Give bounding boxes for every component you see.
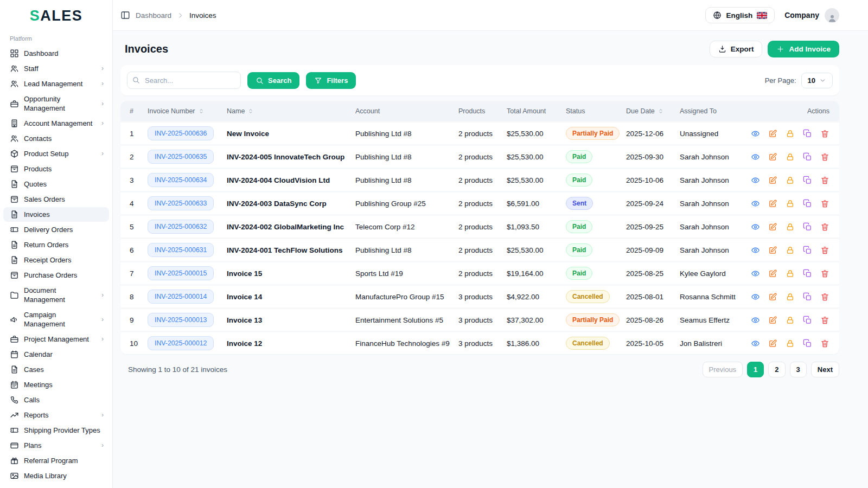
delete-icon[interactable] (820, 269, 829, 278)
table-row[interactable]: 6 INV-2025-000631 INV-2024-001 TechFlow … (120, 237, 839, 261)
delete-icon[interactable] (820, 129, 829, 138)
table-row[interactable]: 10 INV-2025-000012 Invoice 12 FinanceHub… (120, 331, 839, 354)
edit-icon[interactable] (768, 152, 777, 162)
export-button[interactable]: Export (710, 41, 763, 57)
view-icon[interactable] (751, 176, 760, 185)
delete-icon[interactable] (820, 176, 829, 185)
lock-icon[interactable] (786, 199, 795, 208)
sidebar-item-shipping-provider-types[interactable]: Shipping Provider Types (3, 423, 109, 438)
sidebar-item-media-library[interactable]: Media Library (3, 468, 109, 483)
sidebar-item-return-orders[interactable]: Return Orders (3, 237, 109, 252)
copy-icon[interactable] (803, 222, 812, 232)
filters-button[interactable]: Filters (306, 72, 356, 89)
view-icon[interactable] (751, 152, 760, 162)
search-button[interactable]: Search (247, 72, 299, 89)
lock-icon[interactable] (786, 152, 795, 162)
edit-icon[interactable] (768, 316, 777, 325)
invoice-number-pill[interactable]: INV-2025-000014 (148, 290, 214, 304)
edit-icon[interactable] (768, 222, 777, 232)
lock-icon[interactable] (786, 222, 795, 232)
copy-icon[interactable] (803, 269, 812, 278)
delete-icon[interactable] (820, 222, 829, 232)
sidebar-toggle-icon[interactable] (120, 10, 130, 20)
copy-icon[interactable] (803, 316, 812, 325)
lock-icon[interactable] (786, 176, 795, 185)
sidebar-item-reports[interactable]: Reports › (3, 408, 109, 422)
copy-icon[interactable] (803, 339, 812, 348)
edit-icon[interactable] (768, 246, 777, 255)
add-invoice-button[interactable]: Add Invoice (768, 41, 839, 57)
sidebar-item-quotes[interactable]: Quotes (3, 177, 109, 191)
sidebar-item-document-management[interactable]: Document Management › (3, 283, 109, 307)
lock-icon[interactable] (786, 246, 795, 255)
sidebar-item-products[interactable]: Products (3, 162, 109, 176)
table-row[interactable]: 1 INV-2025-000636 New Invoice Publishing… (120, 121, 839, 144)
sidebar-item-product-setup[interactable]: Product Setup › (3, 146, 109, 161)
avatar[interactable] (825, 8, 839, 23)
table-row[interactable]: 7 INV-2025-000015 Invoice 15 Sports Ltd … (120, 261, 839, 284)
table-row[interactable]: 2 INV-2025-000635 INV-2024-005 InnovateT… (120, 144, 839, 168)
language-selector[interactable]: English (705, 7, 775, 23)
sidebar-item-delivery-orders[interactable]: Delivery Orders (3, 222, 109, 237)
delete-icon[interactable] (820, 199, 829, 208)
column-header-name[interactable]: Name (227, 107, 355, 115)
view-icon[interactable] (751, 269, 760, 278)
sidebar-item-calendar[interactable]: Calendar (3, 347, 109, 362)
view-icon[interactable] (751, 316, 760, 325)
invoice-number-pill[interactable]: INV-2025-000634 (148, 173, 214, 187)
sidebar-item-contacts[interactable]: Contacts (3, 131, 109, 146)
sidebar-item-invoices[interactable]: Invoices (3, 207, 109, 222)
view-icon[interactable] (751, 246, 760, 255)
sort-icon[interactable] (198, 108, 205, 114)
sidebar-item-account-management[interactable]: Account Management › (3, 116, 109, 131)
edit-icon[interactable] (768, 199, 777, 208)
page-button-2[interactable]: 2 (768, 362, 785, 377)
sidebar-item-cases[interactable]: Cases (3, 362, 109, 377)
delete-icon[interactable] (820, 292, 829, 301)
delete-icon[interactable] (820, 152, 829, 162)
sidebar-item-staff[interactable]: Staff › (3, 61, 109, 76)
page-button-3[interactable]: 3 (790, 362, 807, 377)
sidebar-item-meetings[interactable]: Meetings (3, 377, 109, 392)
breadcrumb-dashboard[interactable]: Dashboard (136, 11, 171, 20)
edit-icon[interactable] (768, 269, 777, 278)
copy-icon[interactable] (803, 292, 812, 301)
invoice-number-pill[interactable]: INV-2025-000013 (148, 313, 214, 327)
invoice-number-pill[interactable]: INV-2025-000631 (148, 243, 214, 257)
sidebar-item-opportunity-management[interactable]: Opportunity Management › (3, 92, 109, 115)
invoice-number-pill[interactable]: INV-2025-000633 (148, 196, 214, 210)
lock-icon[interactable] (786, 129, 795, 138)
column-header-invoice-number[interactable]: Invoice Number (148, 107, 227, 115)
invoice-number-pill[interactable]: INV-2025-000632 (148, 220, 214, 234)
table-row[interactable]: 5 INV-2025-000632 INV-2024-002 GlobalMar… (120, 214, 839, 237)
sidebar-item-dashboard[interactable]: Dashboard (3, 46, 109, 61)
table-row[interactable]: 9 INV-2025-000013 Invoice 13 Entertainme… (120, 307, 839, 331)
previous-page-button[interactable]: Previous (703, 362, 743, 377)
table-row[interactable]: 3 INV-2025-000634 INV-2024-004 CloudVisi… (120, 168, 839, 191)
invoice-number-pill[interactable]: INV-2025-000015 (148, 266, 214, 280)
invoice-number-pill[interactable]: INV-2025-000635 (148, 150, 214, 164)
sidebar-item-referral-program[interactable]: Referral Program (3, 453, 109, 468)
copy-icon[interactable] (803, 199, 812, 208)
view-icon[interactable] (751, 339, 760, 348)
sidebar-item-purchase-orders[interactable]: Purchase Orders (3, 268, 109, 282)
edit-icon[interactable] (768, 292, 777, 301)
per-page-select[interactable]: 10 (801, 73, 833, 88)
delete-icon[interactable] (820, 316, 829, 325)
edit-icon[interactable] (768, 339, 777, 348)
lock-icon[interactable] (786, 339, 795, 348)
view-icon[interactable] (751, 292, 760, 301)
sidebar-item-project-management[interactable]: Project Management › (3, 332, 109, 346)
sidebar-item-sales-orders[interactable]: Sales Orders (3, 192, 109, 207)
column-header-due-date[interactable]: Due Date (626, 107, 680, 115)
view-icon[interactable] (751, 129, 760, 138)
sidebar-item-receipt-orders[interactable]: Receipt Orders (3, 253, 109, 267)
edit-icon[interactable] (768, 176, 777, 185)
sidebar-item-plans[interactable]: Plans › (3, 438, 109, 453)
table-row[interactable]: 4 INV-2025-000633 INV-2024-003 DataSync … (120, 191, 839, 214)
lock-icon[interactable] (786, 269, 795, 278)
company-menu[interactable]: Company (784, 8, 839, 23)
copy-icon[interactable] (803, 176, 812, 185)
search-input[interactable] (127, 72, 241, 89)
lock-icon[interactable] (786, 316, 795, 325)
